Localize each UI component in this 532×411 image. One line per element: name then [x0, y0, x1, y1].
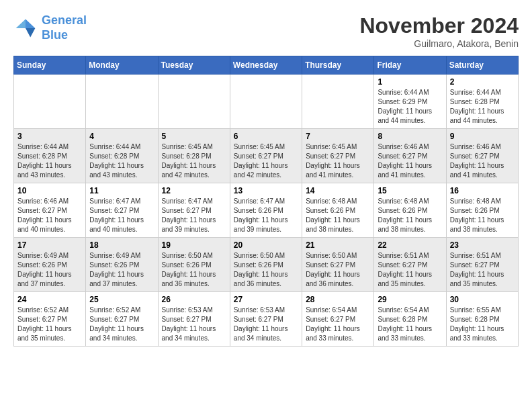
day-number: 7 [306, 132, 370, 141]
day-info: Sunrise: 6:51 AM Sunset: 6:27 PM Dayligh… [450, 251, 515, 289]
day-info: Sunrise: 6:54 AM Sunset: 6:27 PM Dayligh… [306, 306, 370, 343]
week-row-5: 24Sunrise: 6:52 AM Sunset: 6:27 PM Dayli… [14, 292, 519, 347]
day-cell [14, 75, 86, 129]
day-info: Sunrise: 6:47 AM Sunset: 6:27 PM Dayligh… [89, 197, 154, 234]
day-info: Sunrise: 6:44 AM Sunset: 6:28 PM Dayligh… [450, 88, 515, 126]
logo-icon [13, 16, 38, 40]
day-info: Sunrise: 6:49 AM Sunset: 6:26 PM Dayligh… [17, 251, 82, 289]
day-cell [158, 75, 230, 129]
day-number: 17 [17, 240, 82, 250]
day-cell: 29Sunrise: 6:54 AM Sunset: 6:28 PM Dayli… [374, 292, 446, 347]
week-row-4: 17Sunrise: 6:49 AM Sunset: 6:26 PM Dayli… [14, 238, 519, 292]
weekday-header-wednesday: Wednesday [230, 56, 302, 75]
day-cell: 23Sunrise: 6:51 AM Sunset: 6:27 PM Dayli… [446, 238, 518, 292]
day-info: Sunrise: 6:52 AM Sunset: 6:27 PM Dayligh… [17, 306, 82, 343]
day-cell: 18Sunrise: 6:49 AM Sunset: 6:26 PM Dayli… [86, 238, 158, 292]
day-cell [230, 75, 302, 129]
day-number: 29 [378, 295, 442, 304]
day-info: Sunrise: 6:46 AM Sunset: 6:27 PM Dayligh… [450, 142, 515, 180]
day-cell: 4Sunrise: 6:44 AM Sunset: 6:28 PM Daylig… [86, 129, 158, 183]
day-number: 1 [378, 77, 442, 87]
day-number: 9 [450, 132, 515, 141]
day-number: 3 [17, 132, 82, 141]
day-number: 19 [162, 240, 226, 250]
day-number: 30 [450, 295, 515, 304]
day-info: Sunrise: 6:44 AM Sunset: 6:28 PM Dayligh… [89, 142, 154, 180]
logo: General Blue [13, 13, 87, 42]
calendar: SundayMondayTuesdayWednesdayThursdayFrid… [13, 56, 519, 347]
day-cell [302, 75, 374, 129]
day-number: 2 [450, 77, 515, 87]
day-info: Sunrise: 6:48 AM Sunset: 6:26 PM Dayligh… [378, 197, 442, 234]
day-info: Sunrise: 6:55 AM Sunset: 6:28 PM Dayligh… [450, 306, 515, 343]
day-cell: 20Sunrise: 6:50 AM Sunset: 6:26 PM Dayli… [230, 238, 302, 292]
weekday-header-friday: Friday [374, 56, 446, 75]
day-cell: 6Sunrise: 6:45 AM Sunset: 6:27 PM Daylig… [230, 129, 302, 183]
day-info: Sunrise: 6:50 AM Sunset: 6:26 PM Dayligh… [162, 251, 226, 289]
week-row-2: 3Sunrise: 6:44 AM Sunset: 6:28 PM Daylig… [14, 129, 519, 183]
day-number: 18 [89, 240, 154, 250]
svg-marker-0 [26, 19, 35, 28]
weekday-header-thursday: Thursday [302, 56, 374, 75]
day-info: Sunrise: 6:50 AM Sunset: 6:27 PM Dayligh… [306, 251, 370, 289]
day-info: Sunrise: 6:48 AM Sunset: 6:26 PM Dayligh… [306, 197, 370, 234]
day-info: Sunrise: 6:47 AM Sunset: 6:27 PM Dayligh… [162, 197, 226, 234]
day-cell: 13Sunrise: 6:47 AM Sunset: 6:26 PM Dayli… [230, 183, 302, 238]
day-cell: 19Sunrise: 6:50 AM Sunset: 6:26 PM Dayli… [158, 238, 230, 292]
day-info: Sunrise: 6:50 AM Sunset: 6:26 PM Dayligh… [234, 251, 298, 289]
week-row-3: 10Sunrise: 6:46 AM Sunset: 6:27 PM Dayli… [14, 183, 519, 238]
day-info: Sunrise: 6:48 AM Sunset: 6:26 PM Dayligh… [450, 197, 515, 234]
day-cell: 16Sunrise: 6:48 AM Sunset: 6:26 PM Dayli… [446, 183, 518, 238]
weekday-header-monday: Monday [86, 56, 158, 75]
title-block: November 2024 Guilmaro, Atakora, Benin [359, 13, 519, 49]
location: Guilmaro, Atakora, Benin [359, 38, 519, 49]
day-cell: 2Sunrise: 6:44 AM Sunset: 6:28 PM Daylig… [446, 75, 518, 129]
day-number: 8 [378, 132, 442, 141]
day-number: 15 [378, 186, 442, 195]
day-cell [86, 75, 158, 129]
day-cell: 1Sunrise: 6:44 AM Sunset: 6:29 PM Daylig… [374, 75, 446, 129]
weekday-header-row: SundayMondayTuesdayWednesdayThursdayFrid… [14, 56, 519, 75]
day-number: 23 [450, 240, 515, 250]
day-number: 13 [234, 186, 298, 195]
day-cell: 22Sunrise: 6:51 AM Sunset: 6:27 PM Dayli… [374, 238, 446, 292]
day-number: 22 [378, 240, 442, 250]
day-cell: 12Sunrise: 6:47 AM Sunset: 6:27 PM Dayli… [158, 183, 230, 238]
day-number: 11 [89, 186, 154, 195]
day-number: 24 [17, 295, 82, 304]
day-number: 6 [234, 132, 298, 141]
day-cell: 21Sunrise: 6:50 AM Sunset: 6:27 PM Dayli… [302, 238, 374, 292]
header: General Blue November 2024 Guilmaro, Ata… [13, 13, 519, 49]
day-number: 28 [306, 295, 370, 304]
week-row-1: 1Sunrise: 6:44 AM Sunset: 6:29 PM Daylig… [14, 75, 519, 129]
day-info: Sunrise: 6:44 AM Sunset: 6:29 PM Dayligh… [378, 88, 442, 126]
day-info: Sunrise: 6:45 AM Sunset: 6:27 PM Dayligh… [306, 142, 370, 180]
day-number: 21 [306, 240, 370, 250]
day-info: Sunrise: 6:54 AM Sunset: 6:28 PM Dayligh… [378, 306, 442, 343]
day-info: Sunrise: 6:45 AM Sunset: 6:28 PM Dayligh… [162, 142, 226, 180]
day-cell: 25Sunrise: 6:52 AM Sunset: 6:27 PM Dayli… [86, 292, 158, 347]
month-title: November 2024 [359, 13, 519, 38]
day-cell: 17Sunrise: 6:49 AM Sunset: 6:26 PM Dayli… [14, 238, 86, 292]
day-info: Sunrise: 6:46 AM Sunset: 6:27 PM Dayligh… [378, 142, 442, 180]
day-cell: 11Sunrise: 6:47 AM Sunset: 6:27 PM Dayli… [86, 183, 158, 238]
day-number: 10 [17, 186, 82, 195]
day-cell: 14Sunrise: 6:48 AM Sunset: 6:26 PM Dayli… [302, 183, 374, 238]
day-info: Sunrise: 6:51 AM Sunset: 6:27 PM Dayligh… [378, 251, 442, 289]
weekday-header-saturday: Saturday [446, 56, 518, 75]
weekday-header-tuesday: Tuesday [158, 56, 230, 75]
day-number: 20 [234, 240, 298, 250]
weekday-header-sunday: Sunday [14, 56, 86, 75]
day-number: 5 [162, 132, 226, 141]
day-cell: 10Sunrise: 6:46 AM Sunset: 6:27 PM Dayli… [14, 183, 86, 238]
day-cell: 27Sunrise: 6:53 AM Sunset: 6:27 PM Dayli… [230, 292, 302, 347]
day-cell: 24Sunrise: 6:52 AM Sunset: 6:27 PM Dayli… [14, 292, 86, 347]
day-info: Sunrise: 6:44 AM Sunset: 6:28 PM Dayligh… [17, 142, 82, 180]
day-number: 14 [306, 186, 370, 195]
day-info: Sunrise: 6:49 AM Sunset: 6:26 PM Dayligh… [89, 251, 154, 289]
day-number: 27 [234, 295, 298, 304]
day-cell: 28Sunrise: 6:54 AM Sunset: 6:27 PM Dayli… [302, 292, 374, 347]
logo-text: General Blue [42, 13, 87, 42]
day-number: 16 [450, 186, 515, 195]
day-cell: 26Sunrise: 6:53 AM Sunset: 6:27 PM Dayli… [158, 292, 230, 347]
